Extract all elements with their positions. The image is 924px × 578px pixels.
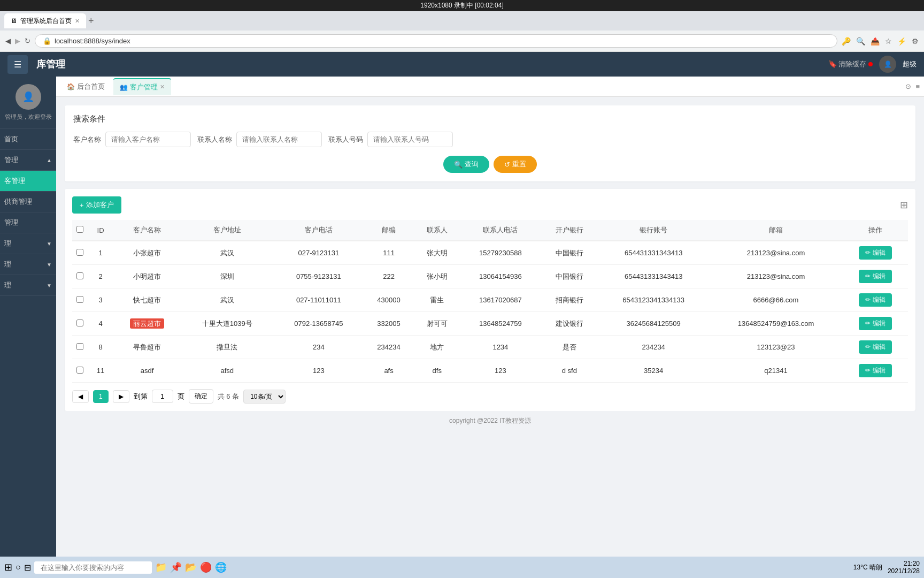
row-checkbox-cell	[72, 241, 88, 265]
row-checkbox-cell	[72, 288, 88, 312]
lock-icon: 🔒	[43, 37, 51, 45]
cell-phone: 123	[273, 359, 364, 383]
add-customer-button[interactable]: + 添加客户	[72, 196, 121, 214]
star-icon[interactable]: ☆	[885, 37, 892, 45]
cell-contact: 地方	[414, 336, 460, 359]
table-row: 11asdfafsd123afsdfs123d sfd35234q21341✏ …	[72, 359, 908, 383]
select-all-checkbox[interactable]	[76, 226, 83, 233]
header-contact: 联系人	[414, 220, 460, 241]
tab-expand-icon[interactable]: ⊙	[905, 82, 911, 90]
username: 超级	[903, 59, 917, 69]
sidebar-item-customer[interactable]: 客管理	[0, 171, 56, 192]
hamburger-button[interactable]: ☰	[7, 55, 28, 74]
page-confirm-button[interactable]: 确定	[189, 389, 213, 404]
taskbar-search-input[interactable]	[34, 561, 152, 574]
cell-zip: 111	[364, 241, 414, 265]
filter-icon[interactable]: ⚡	[897, 37, 906, 45]
cell-name: 小张超市	[113, 241, 181, 265]
customer-name-input[interactable]	[105, 132, 191, 147]
nav-refresh[interactable]: ↻	[25, 37, 30, 45]
nav-back[interactable]: ◀	[5, 37, 11, 45]
row-checkbox[interactable]	[76, 320, 83, 326]
settings-icon[interactable]: ⚙	[912, 37, 919, 45]
next-page-button[interactable]: ▶	[113, 390, 129, 403]
share-icon[interactable]: 📤	[871, 37, 880, 45]
nav-forward[interactable]: ▶	[15, 37, 20, 45]
cell-name: 丽云超市	[113, 312, 181, 336]
row-checkbox-cell	[72, 359, 88, 383]
sidebar-item-manage5[interactable]: 理 ▼	[0, 275, 56, 296]
chevron-down-icon-2: ▼	[47, 262, 52, 268]
customer-table: ID 客户名称 客户地址 客户电话 邮编 联系人 联系人电话 开户银行 银行账号…	[72, 220, 908, 383]
edit-button[interactable]: ✏ 编辑	[859, 293, 891, 307]
contact-name-input[interactable]	[236, 132, 322, 147]
taskbar-app-3[interactable]: 📂	[185, 561, 197, 573]
cell-address: 深圳	[181, 265, 273, 288]
row-checkbox[interactable]	[76, 343, 83, 350]
table-row: 8寻鲁超市撒旦法234234234地方1234是否234234123123@23…	[72, 336, 908, 359]
edit-button[interactable]: ✏ 编辑	[859, 246, 891, 260]
per-page-select[interactable]: 10条/页 20条/页 50条/页	[243, 390, 286, 404]
taskbar-app-4[interactable]: 🔴	[200, 561, 212, 573]
cell-contact: dfs	[414, 359, 460, 383]
clear-cache-button[interactable]: 🔖 清除缓存	[828, 59, 873, 69]
edit-button[interactable]: ✏ 编辑	[859, 340, 891, 354]
taskbar-app-2[interactable]: 📌	[170, 561, 182, 573]
edit-button[interactable]: ✏ 编辑	[859, 270, 891, 283]
content-area: 🏠 后台首页 👥 客户管理 ✕ ⊙ ≡ 搜索条件	[56, 77, 924, 578]
row-checkbox[interactable]	[76, 272, 83, 279]
row-checkbox[interactable]	[76, 296, 83, 303]
query-icon: 🔍	[454, 161, 463, 169]
taskbar-app-1[interactable]: 📁	[155, 561, 167, 573]
prev-page-button[interactable]: ◀	[72, 390, 89, 403]
sidebar-item-supplier[interactable]: 供商管理	[0, 192, 56, 212]
contact-name-label: 联系人名称	[197, 135, 232, 144]
key-icon[interactable]: 🔑	[842, 37, 851, 45]
cell-contact_phone: 15279230588	[460, 241, 541, 265]
table-row: 3快七超市武汉027-11011011430000雷生13617020687招商…	[72, 288, 908, 312]
new-tab-button[interactable]: +	[88, 16, 94, 27]
browser-tab[interactable]: 🖥 管理系统后台首页 ✕	[4, 13, 86, 28]
sidebar-item-home[interactable]: 首页	[0, 129, 56, 150]
taskbar-app-5[interactable]: 🌐	[215, 561, 227, 573]
cell-email: 6666@66.com	[709, 288, 843, 312]
cell-bank: 中国银行	[541, 241, 598, 265]
cell-zip: afs	[364, 359, 414, 383]
search-icon-taskbar[interactable]: ○	[16, 562, 21, 572]
cell-action: ✏ 编辑	[843, 359, 908, 383]
edit-button[interactable]: ✏ 编辑	[859, 317, 891, 330]
page-1-button[interactable]: 1	[93, 390, 109, 403]
customer-tab-icon: 👥	[120, 83, 128, 91]
windows-icon[interactable]: ⊞	[4, 561, 12, 573]
tab-customer-close[interactable]: ✕	[160, 83, 165, 90]
edit-button[interactable]: ✏ 编辑	[859, 364, 891, 377]
sidebar-item-manage3[interactable]: 理 ▼	[0, 233, 56, 254]
contact-phone-input[interactable]	[367, 132, 453, 147]
content-tab-bar: 🏠 后台首页 👥 客户管理 ✕ ⊙ ≡	[56, 77, 924, 97]
row-checkbox[interactable]	[76, 249, 83, 256]
tab-more-icon[interactable]: ≡	[915, 82, 920, 90]
query-button[interactable]: 🔍 查询	[443, 156, 489, 173]
cell-address: 撒旦法	[181, 336, 273, 359]
sidebar-item-manage4[interactable]: 理 ▼	[0, 254, 56, 275]
header-contact-phone: 联系人电话	[460, 220, 541, 241]
search-icon[interactable]: 🔍	[856, 37, 865, 45]
app-title: 库管理	[36, 58, 828, 71]
row-checkbox[interactable]	[76, 367, 83, 374]
cell-id: 4	[88, 312, 113, 336]
sidebar-item-manage4-label: 理	[4, 260, 47, 269]
cell-address: 武汉	[181, 288, 273, 312]
address-bar[interactable]: 🔒 localhost:8888/sys/index	[35, 34, 837, 48]
tab-home[interactable]: 🏠 后台首页	[60, 79, 111, 95]
task-view-icon[interactable]: ⊟	[24, 562, 31, 573]
tab-customer[interactable]: 👥 客户管理 ✕	[113, 78, 171, 95]
sidebar-item-manage[interactable]: 管理 ▲	[0, 150, 56, 171]
reset-button[interactable]: ↺ 重置	[494, 156, 537, 173]
page-jump-input[interactable]	[152, 390, 173, 403]
tab-home-label: 后台首页	[77, 82, 105, 92]
search-row: 客户名称 联系人名称 联系人号码	[73, 132, 907, 147]
sidebar-item-manage2[interactable]: 管理	[0, 212, 56, 233]
table-view-icon[interactable]: ⊞	[900, 199, 908, 211]
browser-tab-close[interactable]: ✕	[75, 18, 80, 25]
search-field-contact: 联系人名称	[197, 132, 322, 147]
